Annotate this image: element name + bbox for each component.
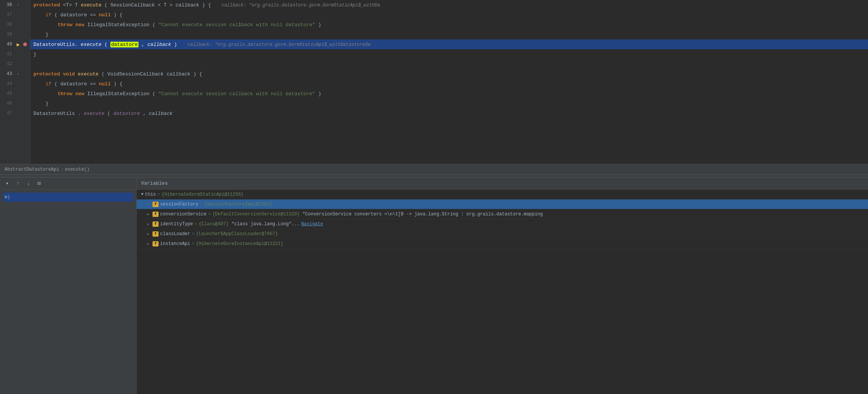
- fn-execute-43: execute: [78, 71, 99, 77]
- var-row-classloader[interactable]: ▶ f classLoader = {Launcher$AppClassLoad…: [137, 229, 868, 239]
- type-illegalstate-45: IllegalStateException: [87, 91, 149, 97]
- line-number-42: 42: [0, 61, 15, 67]
- fold-icon-42: [15, 61, 21, 67]
- var-row-this[interactable]: ▼ this = {HibernateGormStaticApi@11256}: [137, 190, 868, 199]
- gutter-row-36: 36 ▾: [0, 0, 30, 10]
- fn-execute-36: execute: [81, 2, 102, 8]
- code-line-37[interactable]: if ( datastore == null ) {: [30, 10, 868, 20]
- code-line-41[interactable]: }: [30, 49, 868, 59]
- variables-header: Variables: [137, 177, 868, 190]
- var-row-instanceapi[interactable]: ▶ f instanceApi = {HibernateGormInstance…: [137, 239, 868, 249]
- var-value-this: {HibernateGormStaticApi@11256}: [162, 192, 244, 197]
- var-extra-it: "class java.lang.Long"...: [229, 221, 300, 227]
- fold-icon-37: [15, 12, 21, 18]
- var-eq-ia: =: [192, 241, 194, 246]
- filter-btn[interactable]: ⊟: [35, 179, 43, 188]
- type-datastoreutils-47: DatastoreUtils: [33, 111, 75, 116]
- gutter-row-40: 40 ▶: [0, 39, 30, 49]
- str-back2-38: back: [241, 22, 256, 28]
- code-line-46[interactable]: }: [30, 99, 868, 108]
- keyword-new-45: new: [75, 91, 84, 97]
- var-row-convservice[interactable]: ▶ f conversionService = {DefaultConversi…: [137, 209, 868, 219]
- code-line-39[interactable]: }: [30, 30, 868, 39]
- str-cannot-38: "Cannot execute session: [158, 22, 229, 28]
- code-line-43[interactable]: protected void execute ( VoidSessionCall…: [30, 69, 868, 79]
- exec-text-comma-40: ,: [142, 42, 148, 47]
- punc-43c: (: [101, 71, 104, 77]
- line-number-37: 37: [0, 12, 15, 17]
- type-voidsession-43: VoidSessionCallback: [107, 71, 164, 77]
- left-panel-toolbar: ▾ ↑ ↓ ⊟: [0, 177, 136, 190]
- fold-icon-41: [15, 51, 21, 57]
- breadcrumb-parent[interactable]: AbstractDatastoreApi: [5, 167, 59, 172]
- field-icon-cs: f: [153, 212, 159, 217]
- navigate-link-it[interactable]: Navigate: [301, 221, 323, 227]
- code-line-36[interactable]: protected <T> T execute ( SessionCallbac…: [30, 0, 868, 10]
- expand-icon-cl[interactable]: ▶: [147, 232, 149, 236]
- exec-text-datastoreutils-40: DatastoreUtils.: [33, 42, 78, 47]
- exec-arrow-40: ▶: [15, 41, 21, 47]
- var-row-identitytype[interactable]: ▶ f identityType = {Class@407} "class ja…: [137, 219, 868, 229]
- punc-36f: ) {: [202, 2, 211, 8]
- call-stack-item-active[interactable]: m): [3, 193, 133, 202]
- param-datastore-47: datastore: [113, 111, 140, 116]
- code-line-45[interactable]: throw new IllegalStateException ( "Canno…: [30, 89, 868, 99]
- expand-icon-sf[interactable]: ▶: [147, 202, 149, 207]
- gutter-row-42: 42: [0, 59, 30, 69]
- code-line-38[interactable]: throw new IllegalStateException ( "Canno…: [30, 20, 868, 30]
- punc-44c: ) {: [114, 81, 123, 87]
- breadcrumb-method[interactable]: execute(): [65, 167, 90, 172]
- var-value-cs: {DefaultConversionService@11320}: [212, 212, 300, 217]
- punc-36b: >: [69, 2, 75, 8]
- line-number-40: 40: [0, 42, 15, 47]
- keyword-protected-36: protected: [33, 2, 60, 8]
- str-with-45: with: [256, 91, 268, 97]
- code-line-42[interactable]: [30, 59, 868, 69]
- fn-execute-47: execute: [84, 111, 105, 116]
- keyword-new-38: new: [75, 22, 84, 28]
- expand-icon-ia[interactable]: ▶: [147, 242, 149, 246]
- type-T2-36: T: [75, 2, 81, 8]
- fold-icon-36[interactable]: ▾: [15, 2, 21, 8]
- exec-text-paren-40: ): [174, 42, 177, 47]
- param-datastore-44: datastore: [60, 81, 87, 87]
- punc-44a: (: [54, 81, 57, 87]
- line-number-45: 45: [0, 91, 15, 96]
- editor-area: 36 ▾ 37 38 39: [0, 0, 868, 174]
- down-btn[interactable]: ↓: [24, 179, 33, 188]
- breakpoint-dot-40[interactable]: [23, 42, 27, 46]
- var-eq-it: =: [194, 221, 197, 227]
- keyword-protected-43: protected: [33, 71, 60, 77]
- variables-list: ▼ this = {HibernateGormStaticApi@11256} …: [137, 190, 868, 394]
- expand-icon-it[interactable]: ▶: [147, 222, 149, 226]
- punc-36d: <: [158, 2, 161, 8]
- field-icon-sf: f: [153, 202, 159, 207]
- keyword-void-43: void: [63, 71, 75, 77]
- breakpoint-area-40[interactable]: [21, 42, 29, 46]
- code-line-47[interactable]: DatastoreUtils . execute ( datastore , c…: [30, 108, 868, 118]
- expand-icon-cs[interactable]: ▶: [147, 212, 149, 217]
- line-number-38: 38: [0, 22, 15, 27]
- var-name-sf: sessionFactory: [160, 202, 198, 207]
- fold-icon-45: [15, 91, 21, 97]
- punc-36e: >: [170, 2, 176, 8]
- line-number-41: 41: [0, 52, 15, 57]
- up-btn[interactable]: ↑: [14, 179, 22, 188]
- field-icon-cl: f: [153, 231, 159, 237]
- field-icon-it: f: [153, 221, 159, 227]
- var-name-it: identityType: [160, 221, 193, 227]
- fold-icon-43[interactable]: ▾: [15, 71, 21, 77]
- code-line-40[interactable]: DatastoreUtils. execute ( datastore , ca…: [30, 39, 868, 49]
- fold-icon-38: [15, 22, 21, 28]
- var-row-sessionfactory[interactable]: ▶ f sessionFactory = {SessionFactoryImpl…: [137, 199, 868, 209]
- keyword-if-37: if: [46, 12, 52, 18]
- dropdown-btn[interactable]: ▾: [3, 179, 11, 188]
- param-datastore-37: datastore: [60, 12, 87, 18]
- gutter-row-46: 46: [0, 99, 30, 108]
- expand-icon-this[interactable]: ▼: [141, 192, 143, 196]
- left-panel: ▾ ↑ ↓ ⊟ m): [0, 177, 137, 394]
- code-line-44[interactable]: if ( datastore == null ) {: [30, 79, 868, 89]
- punc-47c: ,: [143, 111, 149, 116]
- str-callback-38: cal: [230, 22, 238, 28]
- hint-line-40: callback: "org.grails.datastore.gorm.Gor…: [187, 42, 370, 47]
